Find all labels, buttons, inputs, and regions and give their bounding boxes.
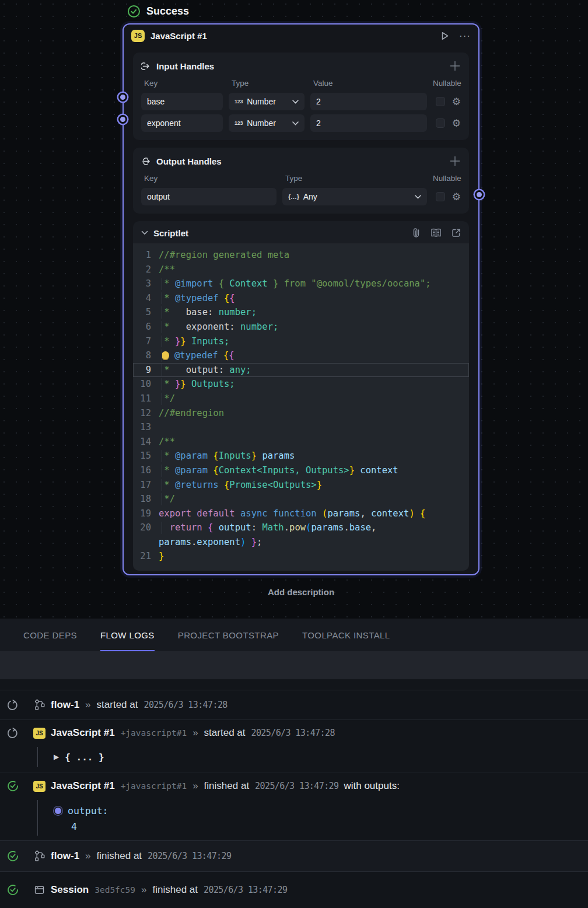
node-card-javascript-1[interactable]: JS JavaScript #1 ··· Input Handles [123,23,480,575]
expandable-object[interactable]: ▶ { ... } [54,747,588,767]
code-line[interactable]: 10 * }} Outputs; [133,377,469,392]
nullable-checkbox[interactable] [436,192,445,201]
code-line[interactable]: 15 * @param {Inputs} params [133,449,469,463]
log-timestamp: 2025/6/3 13:47:29 [148,851,231,861]
output-handles-section: Output Handles Key Type Nullable output … [133,148,469,214]
gear-icon[interactable]: ⚙ [452,97,461,107]
input-type-dropdown[interactable]: 123 Number [229,114,304,132]
log-entry[interactable]: flow-1 » finished at 2025/6/3 13:47:29 [0,840,588,871]
tab-project-bootstrap[interactable]: PROJECT BOOTSTRAP [178,619,279,651]
input-value-field[interactable]: 2 [310,114,427,132]
running-spinner-icon [7,700,18,711]
node-header[interactable]: JS JavaScript #1 ··· [124,25,478,47]
line-number: 13 [133,420,159,435]
code-line[interactable]: 19export default async function (params,… [133,507,469,521]
log-entry[interactable]: Session 3ed5fc59 » finished at 2025/6/3 … [0,871,588,908]
input-key-field[interactable]: base [141,93,223,110]
output-name[interactable]: output: [68,805,108,816]
code-line[interactable]: 11 */ [133,392,469,406]
js-badge-icon: JS [33,728,46,739]
column-header-nullable: Nullable [433,79,461,88]
number-type-icon: 123 [235,120,243,126]
code-line[interactable]: 5 * base: number; [133,305,469,320]
nullable-checkbox[interactable] [436,118,445,128]
input-handle-dot-base[interactable] [118,93,127,102]
log-timestamp: 2025/6/3 13:47:29 [204,885,287,895]
code-line[interactable]: 7 * }} Inputs; [133,334,469,349]
add-input-handle-button[interactable] [449,60,461,72]
code-line[interactable]: 20 return { output: Math.pow(params.base… [133,521,469,535]
code-line[interactable]: 16 * @param {Context<Inputs, Outputs>} c… [133,463,469,478]
column-header-type: Type [282,174,427,183]
log-separator: » [192,727,198,739]
tab-toolpack-install[interactable]: TOOLPACK INSTALL [302,619,390,651]
open-external-icon[interactable] [452,228,461,238]
code-line[interactable]: 18 */ [133,492,469,507]
code-line[interactable]: 1//#region generated meta [133,248,469,263]
log-session-id: 3ed5fc59 [94,885,135,895]
input-handle-dot-exponent[interactable] [118,115,127,124]
log-node-id: +javascript#1 [121,728,187,738]
panel-tabbar: CODE DEPS FLOW LOGS PROJECT BOOTSTRAP TO… [0,619,588,651]
session-icon [34,885,45,895]
line-number: 9 [133,363,159,378]
success-check-icon [7,884,19,896]
input-key-field[interactable]: exponent [141,114,223,132]
scriptlet-section: Scriptlet 1//#region generate [133,221,469,571]
node-more-menu-button[interactable]: ··· [459,31,471,41]
attachment-icon[interactable] [412,228,421,238]
flow-icon [34,699,46,711]
tab-code-deps[interactable]: CODE DEPS [23,619,77,651]
success-check-icon [7,850,19,862]
input-type-dropdown[interactable]: 123 Number [229,93,304,110]
output-key-field[interactable]: output [141,188,276,205]
code-line[interactable]: 12//#endregion [133,406,469,421]
code-line[interactable]: 6 * exponent: number; [133,320,469,334]
tab-flow-logs[interactable]: FLOW LOGS [100,619,155,651]
log-entry[interactable]: JS JavaScript #1 +javascript#1 » finishe… [0,773,588,836]
add-output-handle-button[interactable] [449,155,461,167]
line-number: 5 [133,305,159,320]
log-entry[interactable]: JS JavaScript #1 +javascript#1 » started… [0,720,588,767]
collapse-chevron-icon[interactable] [141,231,148,235]
input-value-field[interactable]: 2 [310,93,427,110]
code-line[interactable]: 3 * @import { Context } from "@oomol/typ… [133,277,469,291]
code-line[interactable]: 17 * @returns {Promise<Outputs>} [133,478,469,493]
code-line[interactable]: 14/** [133,435,469,449]
output-handle-bullet-icon [54,806,62,815]
log-separator: » [192,780,198,792]
lightbulb-code-action-icon[interactable] [162,351,169,359]
run-node-button[interactable] [440,31,450,41]
line-number: 14 [133,435,159,449]
number-type-icon: 123 [235,99,243,104]
gear-icon[interactable]: ⚙ [452,192,461,202]
flow-logs-list: flow-1 » started at 2025/6/3 13:47:28 JS… [0,679,588,908]
gear-icon[interactable]: ⚙ [452,118,461,128]
flow-icon [34,850,46,862]
line-number: 16 [133,463,159,478]
line-number: 4 [133,291,159,306]
line-number: 19 [133,507,159,521]
code-editor[interactable]: 1//#region generated meta2/**3 * @import… [133,243,469,571]
log-title: Session [51,884,89,896]
output-handle-dot[interactable] [475,190,484,199]
status-badge: Success [127,5,189,18]
code-line[interactable]: 2/** [133,263,469,277]
flow-canvas[interactable]: Success JS JavaScript #1 ··· Input Handl… [0,0,588,619]
output-type-dropdown[interactable]: {…} Any [282,188,427,205]
log-timestamp: 2025/6/3 13:47:28 [251,728,334,738]
code-line[interactable]: 21} [133,549,469,564]
code-line[interactable]: 8@typedef {{ [133,348,469,363]
add-description-button[interactable]: Add description [123,587,480,597]
nullable-checkbox[interactable] [436,97,445,106]
expand-arrow-icon[interactable]: ▶ [54,753,59,761]
code-line[interactable]: 4 * @typedef {{ [133,291,469,306]
log-entry[interactable]: flow-1 » started at 2025/6/3 13:47:28 [0,690,588,720]
line-number: 15 [133,449,159,463]
docs-book-icon[interactable] [430,228,442,238]
output-value: 4 [54,821,588,836]
line-number: 3 [133,277,159,291]
code-line[interactable]: 13 [133,420,469,435]
code-line[interactable]: params.exponent) }; [133,535,469,550]
code-line[interactable]: 9 * output: any; [133,363,469,378]
